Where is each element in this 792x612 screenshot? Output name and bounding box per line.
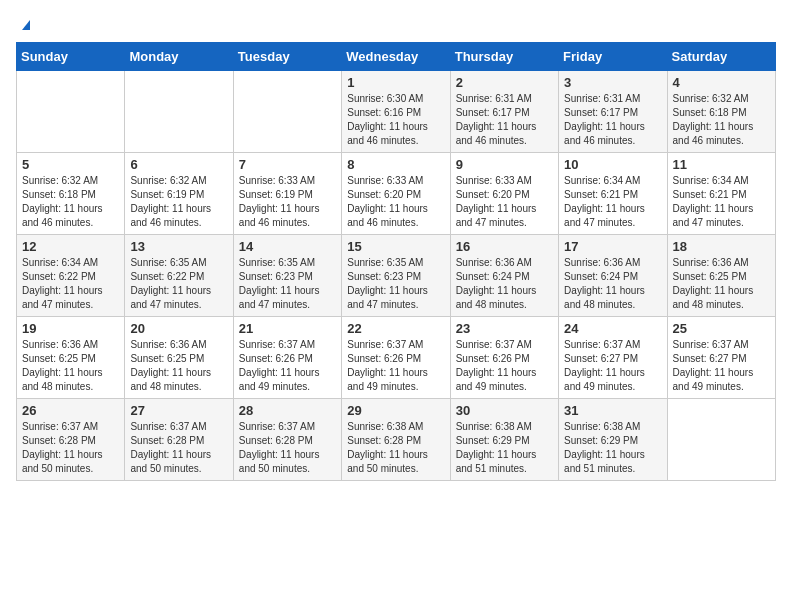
day-info: Sunrise: 6:38 AM Sunset: 6:28 PM Dayligh… [347,420,444,476]
day-of-week-header: Monday [125,43,233,71]
day-info: Sunrise: 6:31 AM Sunset: 6:17 PM Dayligh… [564,92,661,148]
day-info: Sunrise: 6:37 AM Sunset: 6:26 PM Dayligh… [456,338,553,394]
calendar-cell: 11Sunrise: 6:34 AM Sunset: 6:21 PM Dayli… [667,153,775,235]
calendar-cell: 23Sunrise: 6:37 AM Sunset: 6:26 PM Dayli… [450,317,558,399]
calendar-cell: 1Sunrise: 6:30 AM Sunset: 6:16 PM Daylig… [342,71,450,153]
day-info: Sunrise: 6:38 AM Sunset: 6:29 PM Dayligh… [456,420,553,476]
calendar-cell: 19Sunrise: 6:36 AM Sunset: 6:25 PM Dayli… [17,317,125,399]
day-number: 3 [564,75,661,90]
calendar-cell: 29Sunrise: 6:38 AM Sunset: 6:28 PM Dayli… [342,399,450,481]
day-number: 22 [347,321,444,336]
day-info: Sunrise: 6:36 AM Sunset: 6:24 PM Dayligh… [564,256,661,312]
day-info: Sunrise: 6:36 AM Sunset: 6:25 PM Dayligh… [22,338,119,394]
calendar-cell: 4Sunrise: 6:32 AM Sunset: 6:18 PM Daylig… [667,71,775,153]
calendar-cell: 7Sunrise: 6:33 AM Sunset: 6:19 PM Daylig… [233,153,341,235]
day-info: Sunrise: 6:34 AM Sunset: 6:21 PM Dayligh… [673,174,770,230]
day-number: 1 [347,75,444,90]
day-number: 18 [673,239,770,254]
calendar-cell: 27Sunrise: 6:37 AM Sunset: 6:28 PM Dayli… [125,399,233,481]
day-info: Sunrise: 6:35 AM Sunset: 6:23 PM Dayligh… [239,256,336,312]
day-info: Sunrise: 6:35 AM Sunset: 6:23 PM Dayligh… [347,256,444,312]
day-number: 20 [130,321,227,336]
day-number: 8 [347,157,444,172]
calendar-cell: 16Sunrise: 6:36 AM Sunset: 6:24 PM Dayli… [450,235,558,317]
calendar-week-row: 1Sunrise: 6:30 AM Sunset: 6:16 PM Daylig… [17,71,776,153]
calendar-cell: 15Sunrise: 6:35 AM Sunset: 6:23 PM Dayli… [342,235,450,317]
day-info: Sunrise: 6:37 AM Sunset: 6:27 PM Dayligh… [673,338,770,394]
day-of-week-header: Tuesday [233,43,341,71]
day-number: 21 [239,321,336,336]
day-info: Sunrise: 6:32 AM Sunset: 6:18 PM Dayligh… [22,174,119,230]
calendar-cell: 20Sunrise: 6:36 AM Sunset: 6:25 PM Dayli… [125,317,233,399]
day-number: 25 [673,321,770,336]
calendar-cell: 12Sunrise: 6:34 AM Sunset: 6:22 PM Dayli… [17,235,125,317]
calendar-cell: 25Sunrise: 6:37 AM Sunset: 6:27 PM Dayli… [667,317,775,399]
day-number: 23 [456,321,553,336]
day-info: Sunrise: 6:32 AM Sunset: 6:18 PM Dayligh… [673,92,770,148]
day-number: 6 [130,157,227,172]
day-number: 27 [130,403,227,418]
day-number: 9 [456,157,553,172]
day-number: 12 [22,239,119,254]
day-info: Sunrise: 6:32 AM Sunset: 6:19 PM Dayligh… [130,174,227,230]
calendar-cell: 8Sunrise: 6:33 AM Sunset: 6:20 PM Daylig… [342,153,450,235]
day-number: 2 [456,75,553,90]
day-info: Sunrise: 6:37 AM Sunset: 6:28 PM Dayligh… [239,420,336,476]
calendar-cell [125,71,233,153]
day-of-week-header: Sunday [17,43,125,71]
day-info: Sunrise: 6:37 AM Sunset: 6:28 PM Dayligh… [22,420,119,476]
day-number: 16 [456,239,553,254]
calendar-cell: 26Sunrise: 6:37 AM Sunset: 6:28 PM Dayli… [17,399,125,481]
day-info: Sunrise: 6:36 AM Sunset: 6:24 PM Dayligh… [456,256,553,312]
day-info: Sunrise: 6:36 AM Sunset: 6:25 PM Dayligh… [130,338,227,394]
calendar-cell: 5Sunrise: 6:32 AM Sunset: 6:18 PM Daylig… [17,153,125,235]
day-of-week-header: Thursday [450,43,558,71]
logo [16,16,34,32]
day-number: 11 [673,157,770,172]
day-number: 13 [130,239,227,254]
day-number: 24 [564,321,661,336]
day-number: 5 [22,157,119,172]
calendar-cell: 10Sunrise: 6:34 AM Sunset: 6:21 PM Dayli… [559,153,667,235]
day-number: 29 [347,403,444,418]
day-number: 19 [22,321,119,336]
day-of-week-header: Wednesday [342,43,450,71]
calendar-cell: 14Sunrise: 6:35 AM Sunset: 6:23 PM Dayli… [233,235,341,317]
day-of-week-header: Saturday [667,43,775,71]
calendar-cell: 3Sunrise: 6:31 AM Sunset: 6:17 PM Daylig… [559,71,667,153]
calendar-cell: 22Sunrise: 6:37 AM Sunset: 6:26 PM Dayli… [342,317,450,399]
calendar-cell [667,399,775,481]
day-info: Sunrise: 6:36 AM Sunset: 6:25 PM Dayligh… [673,256,770,312]
day-info: Sunrise: 6:37 AM Sunset: 6:26 PM Dayligh… [347,338,444,394]
calendar-cell: 13Sunrise: 6:35 AM Sunset: 6:22 PM Dayli… [125,235,233,317]
calendar-header-row: SundayMondayTuesdayWednesdayThursdayFrid… [17,43,776,71]
calendar-week-row: 19Sunrise: 6:36 AM Sunset: 6:25 PM Dayli… [17,317,776,399]
day-info: Sunrise: 6:31 AM Sunset: 6:17 PM Dayligh… [456,92,553,148]
day-number: 14 [239,239,336,254]
calendar-cell: 24Sunrise: 6:37 AM Sunset: 6:27 PM Dayli… [559,317,667,399]
day-info: Sunrise: 6:38 AM Sunset: 6:29 PM Dayligh… [564,420,661,476]
svg-marker-0 [22,20,30,30]
day-number: 15 [347,239,444,254]
calendar-cell: 21Sunrise: 6:37 AM Sunset: 6:26 PM Dayli… [233,317,341,399]
calendar-cell: 2Sunrise: 6:31 AM Sunset: 6:17 PM Daylig… [450,71,558,153]
day-info: Sunrise: 6:37 AM Sunset: 6:26 PM Dayligh… [239,338,336,394]
calendar-cell: 30Sunrise: 6:38 AM Sunset: 6:29 PM Dayli… [450,399,558,481]
day-info: Sunrise: 6:35 AM Sunset: 6:22 PM Dayligh… [130,256,227,312]
day-info: Sunrise: 6:37 AM Sunset: 6:27 PM Dayligh… [564,338,661,394]
day-number: 7 [239,157,336,172]
calendar-cell: 31Sunrise: 6:38 AM Sunset: 6:29 PM Dayli… [559,399,667,481]
calendar-week-row: 26Sunrise: 6:37 AM Sunset: 6:28 PM Dayli… [17,399,776,481]
day-number: 4 [673,75,770,90]
calendar-cell: 17Sunrise: 6:36 AM Sunset: 6:24 PM Dayli… [559,235,667,317]
day-info: Sunrise: 6:37 AM Sunset: 6:28 PM Dayligh… [130,420,227,476]
day-info: Sunrise: 6:33 AM Sunset: 6:19 PM Dayligh… [239,174,336,230]
calendar-week-row: 12Sunrise: 6:34 AM Sunset: 6:22 PM Dayli… [17,235,776,317]
day-number: 17 [564,239,661,254]
day-number: 30 [456,403,553,418]
day-info: Sunrise: 6:30 AM Sunset: 6:16 PM Dayligh… [347,92,444,148]
day-number: 31 [564,403,661,418]
day-number: 26 [22,403,119,418]
day-info: Sunrise: 6:34 AM Sunset: 6:21 PM Dayligh… [564,174,661,230]
calendar-cell: 6Sunrise: 6:32 AM Sunset: 6:19 PM Daylig… [125,153,233,235]
